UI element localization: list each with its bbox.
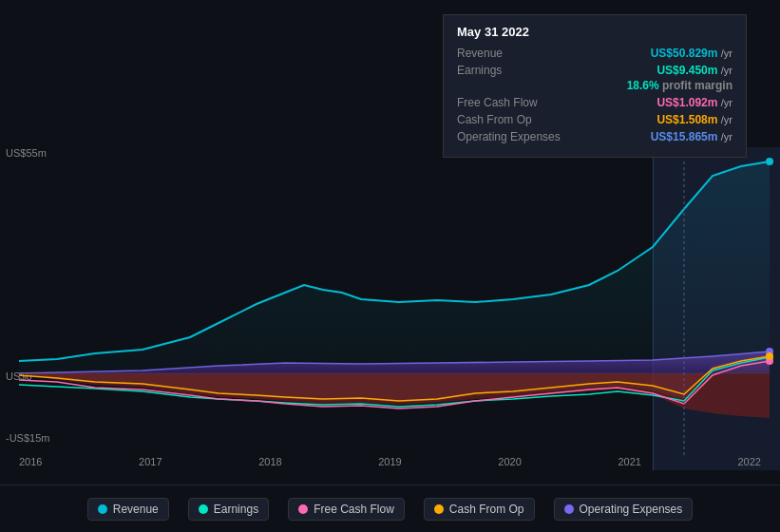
chart-area: US$55m US$0 -US$15m (0, 0, 780, 484)
legend-opex[interactable]: Operating Expenses (554, 498, 694, 521)
tooltip-revenue-label: Revenue (457, 47, 571, 60)
tooltip-opex-row: Operating Expenses US$15.865m /yr (457, 130, 732, 143)
legend-dot-cfo (434, 504, 444, 514)
tooltip-cfo-value: US$1.508m /yr (656, 113, 732, 126)
tooltip-fcf-value: US$1.092m /yr (656, 96, 732, 109)
legend-dot-revenue (98, 504, 107, 514)
legend-dot-earnings (199, 504, 208, 514)
tooltip-profit-margin: 18.6% profit margin (627, 79, 732, 92)
legend-label-cfo: Cash From Op (449, 503, 524, 516)
legend-earnings[interactable]: Earnings (188, 498, 269, 521)
tooltip-fcf-row: Free Cash Flow US$1.092m /yr (457, 96, 732, 109)
legend-dot-opex (564, 504, 574, 514)
svg-point-2 (766, 158, 773, 165)
tooltip-opex-value: US$15.865m /yr (651, 130, 732, 143)
legend-label-fcf: Free Cash Flow (314, 503, 394, 516)
tooltip-revenue-row: Revenue US$50.829m /yr (457, 47, 732, 60)
x-label-2016: 2016 (19, 456, 42, 467)
x-label-2022: 2022 (737, 456, 760, 467)
legend-label-earnings: Earnings (214, 503, 258, 516)
tooltip-opex-label: Operating Expenses (457, 130, 571, 143)
tooltip-earnings-value: US$9.450m /yr (656, 64, 732, 77)
svg-point-6 (766, 352, 773, 360)
legend-label-revenue: Revenue (113, 503, 159, 516)
tooltip-cfo-label: Cash From Op (457, 113, 571, 126)
tooltip-cfo-row: Cash From Op US$1.508m /yr (457, 113, 732, 126)
legend-label-opex: Operating Expenses (580, 503, 683, 516)
legend-revenue[interactable]: Revenue (87, 498, 169, 521)
legend: Revenue Earnings Free Cash Flow Cash Fro… (0, 484, 780, 532)
x-label-2019: 2019 (378, 456, 401, 467)
tooltip-profit-margin-row: 18.6% profit margin (457, 79, 732, 92)
tooltip-box: May 31 2022 Revenue US$50.829m /yr Earni… (443, 14, 747, 158)
tooltip-date: May 31 2022 (457, 25, 732, 39)
x-label-2021: 2021 (618, 456, 640, 467)
x-label-2020: 2020 (498, 456, 521, 467)
x-label-2018: 2018 (258, 456, 281, 467)
legend-cfo[interactable]: Cash From Op (424, 498, 535, 521)
tooltip-earnings-row: Earnings US$9.450m /yr (457, 64, 732, 77)
tooltip-revenue-value: US$50.829m /yr (651, 47, 732, 60)
x-axis-labels: 2016 2017 2018 2019 2020 2021 2022 (19, 456, 780, 467)
x-label-2017: 2017 (139, 456, 162, 467)
legend-dot-fcf (298, 504, 308, 514)
tooltip-fcf-label: Free Cash Flow (457, 96, 571, 109)
tooltip-earnings-label: Earnings (457, 64, 571, 77)
legend-fcf[interactable]: Free Cash Flow (288, 498, 405, 521)
